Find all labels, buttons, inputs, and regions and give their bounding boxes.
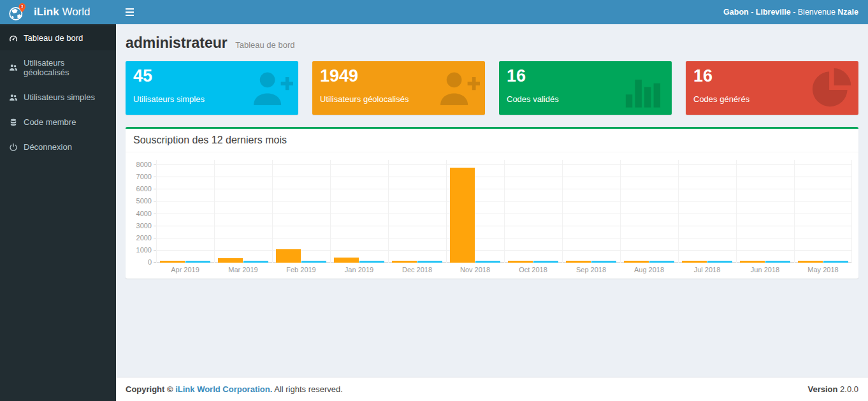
dashboard-icon — [9, 34, 18, 43]
user-plus-icon — [249, 66, 293, 110]
y-tick-label: 0 — [148, 258, 152, 266]
sidebar: Tableau de bord Utilisateurs géolocalisé… — [0, 24, 116, 401]
stat-box: 45 Utilisateurs simples — [126, 61, 298, 115]
greeting-country: Gabon — [723, 8, 749, 17]
sidebar-item-deconnexion[interactable]: Déconnexion — [0, 135, 116, 159]
y-tick-label: 8000 — [136, 161, 152, 168]
chart-gridline-vertical — [214, 160, 215, 263]
chart-bar[interactable] — [218, 258, 242, 263]
y-tick-label: 4000 — [136, 210, 152, 217]
x-tick-label: May 2018 — [794, 266, 852, 273]
chart-y-axis: 010002000300040005000600070008000 — [132, 160, 156, 263]
brand-logo[interactable]: $ iLink World — [0, 0, 116, 24]
chart-gridline-vertical — [736, 160, 737, 263]
chart-gridline-vertical — [446, 160, 447, 263]
chart-bar[interactable] — [417, 261, 442, 263]
chart-bar[interactable] — [591, 261, 616, 263]
navbar: Gabon - Libreville - Bienvenue Nzale — [116, 0, 868, 24]
chart-bar[interactable] — [160, 261, 184, 263]
stat-box: 1949 Utilisateurs géolocalisés — [312, 61, 485, 115]
chart-gridline-vertical — [620, 160, 621, 263]
footer-copyright: Copyright © iLink World Corporation. All… — [126, 384, 343, 394]
x-tick-label: Sep 2018 — [562, 266, 620, 273]
chart-gridline-vertical — [562, 160, 563, 263]
chart-gridline-vertical — [504, 160, 505, 263]
chart-gridline-vertical — [794, 160, 795, 263]
chart-bar[interactable] — [334, 258, 358, 263]
sidebar-item-utilisateurs-simples[interactable]: Utilisateurs simples — [0, 85, 116, 110]
pie-chart-icon — [809, 66, 853, 110]
chart-plot — [156, 160, 852, 263]
x-tick-label: Aug 2018 — [620, 266, 678, 273]
y-tick-label: 5000 — [136, 197, 152, 205]
chart-bar[interactable] — [649, 261, 674, 263]
x-tick-label: Oct 2018 — [504, 266, 562, 273]
chart-bar[interactable] — [566, 261, 590, 263]
chart-bar[interactable] — [359, 261, 384, 263]
chart-bar[interactable] — [682, 261, 706, 263]
chart-bar[interactable] — [740, 261, 764, 263]
chart-bar[interactable] — [243, 261, 268, 263]
x-tick-label: Jun 2018 — [736, 266, 794, 273]
globe-pin-logo-icon: $ — [8, 2, 28, 22]
x-tick-label: Dec 2018 — [388, 266, 446, 273]
hamburger-icon — [126, 8, 134, 10]
chart-bar[interactable] — [765, 261, 790, 263]
chart-bar[interactable] — [392, 261, 416, 263]
sidebar-item-code-membre[interactable]: Code membre — [0, 110, 116, 135]
chart-bar[interactable] — [798, 261, 822, 263]
brand-name: iLink World — [34, 6, 90, 18]
x-tick-label: Nov 2018 — [446, 266, 504, 273]
stat-boxes-row: 45 Utilisateurs simples 1949 Utilisateur… — [126, 61, 858, 115]
stat-box: 16 Codes générés — [686, 61, 858, 115]
chart-body: 010002000300040005000600070008000 Apr 20… — [126, 152, 858, 279]
sidebar-item-label: Tableau de bord — [24, 33, 83, 43]
chart-bar[interactable] — [450, 168, 474, 263]
chart-gridline-vertical — [272, 160, 273, 263]
y-tick-label: 3000 — [136, 222, 152, 230]
chart-bar[interactable] — [475, 261, 500, 263]
sidebar-item-label: Code membre — [24, 117, 76, 127]
footer: Copyright © iLink World Corporation. All… — [116, 377, 868, 401]
chart-bar[interactable] — [301, 261, 326, 263]
page-title: administrateur — [126, 34, 228, 51]
y-tick-label: 1000 — [136, 246, 152, 254]
greeting-username: Nzale — [837, 8, 858, 17]
chart-gridline-vertical — [330, 160, 331, 263]
chart-bar[interactable] — [823, 261, 848, 263]
sidebar-item-label: Utilisateurs géolocalisés — [24, 58, 107, 77]
sidebar-item-label: Utilisateurs simples — [24, 92, 95, 102]
user-greeting: Gabon - Libreville - Bienvenue Nzale — [723, 8, 858, 17]
x-tick-label: Feb 2019 — [272, 266, 330, 273]
user-plus-icon — [435, 66, 480, 110]
chart-gridline-vertical — [851, 160, 852, 263]
greeting-city: Libreville — [756, 8, 791, 17]
stat-box: 16 Codes validés — [499, 61, 672, 115]
sidebar-toggle-button[interactable] — [126, 3, 145, 21]
chart-x-axis: Apr 2019Mar 2019Feb 2019Jan 2019Dec 2018… — [156, 266, 852, 273]
x-tick-label: Jul 2018 — [678, 266, 736, 273]
database-icon — [9, 118, 18, 127]
chart-bar[interactable] — [276, 249, 300, 263]
users-icon — [9, 93, 18, 102]
power-icon — [9, 143, 18, 152]
users-icon — [9, 63, 18, 72]
company-link[interactable]: iLink World Corporation. — [175, 384, 272, 394]
content-area: administrateur Tableau de bord 45 Utilis… — [116, 24, 868, 377]
x-tick-label: Jan 2019 — [330, 266, 388, 273]
sidebar-item-label: Déconnexion — [24, 142, 72, 152]
chart-bar[interactable] — [624, 261, 648, 263]
sidebar-item-tableau-de-bord[interactable]: Tableau de bord — [0, 26, 116, 50]
chart-bar[interactable] — [185, 261, 210, 263]
footer-version: Version 2.0.0 — [808, 384, 859, 394]
sidebar-item-utilisateurs-geolocalises[interactable]: Utilisateurs géolocalisés — [0, 50, 116, 85]
chart-gridline-vertical — [678, 160, 679, 263]
x-tick-label: Apr 2019 — [156, 266, 214, 273]
chart-gridline-vertical — [388, 160, 389, 263]
chart-bar[interactable] — [508, 261, 532, 263]
chart-bar[interactable] — [707, 261, 732, 263]
top-bar: $ iLink World Gabon - Libreville - Bienv… — [0, 0, 868, 24]
chart-title: Souscription des 12 derniers mois — [126, 129, 858, 152]
bar-chart-icon — [622, 66, 667, 110]
chart-bar[interactable] — [533, 261, 558, 263]
